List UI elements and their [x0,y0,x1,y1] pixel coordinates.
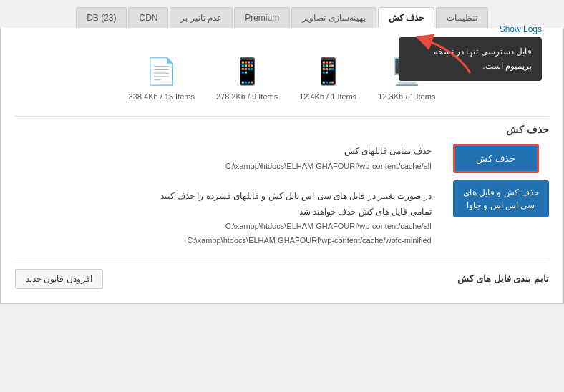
footer-row: تایم بندی فایل های کش افزودن قانون جدید [15,263,549,289]
page-wrapper: تنظیمات حذف کش بهینه‌سازی تصاویر Premium… [0,0,564,392]
delete-cache-path1: C:\xampp\htdocs\ELHAM GHAFOURI\wp-conten… [15,160,432,174]
show-logs-link[interactable]: Show Logs [399,24,542,34]
delete-cache-button[interactable]: حذف کش [453,144,539,173]
delete-cache-info-line2: در صورت تغییر در فایل های سی اس بایل کش … [15,189,432,205]
icon-item-mobile: 📱 278.2Kb / 9 Items [216,57,278,102]
delete-cache-info-line3: تمامی فایل های کش حذف خواهند شد [15,205,432,220]
delete-cache-info-line1: حذف تمامی فایلهای کش [15,144,432,160]
delete-cache-section: حذف کش حذف کش و فایل های سی اس اس و جاوا… [15,144,549,248]
delete-cache-path2: C:\xampp\htdocs\ELHAM GHAFOURI\wp-conten… [15,220,432,234]
mobile-icon: 📱 [216,57,278,87]
section-title: حذف کش [15,124,549,135]
tooltip-box: قابل دسترسی تنها در نسخه پریمیوم است. [399,37,542,81]
mobile-label: 278.2Kb / 9 Items [216,92,278,101]
tab-cdn[interactable]: CDN [128,7,168,28]
delete-cache-css-button[interactable]: حذف کش و فایل های سی اس اس و جاوا [453,180,549,217]
footer-label: تایم بندی فایل های کش [457,273,549,284]
main-content: Show Logs قابل دسترسی تنها در نسخه پریمی… [0,28,564,304]
add-rule-button[interactable]: افزودن قانون جدید [15,269,103,289]
tab-optimize-images[interactable]: بهینه‌سازی تصاویر [291,7,376,28]
tablet-label: 12.4Kb / 1 Items [299,92,356,101]
icon-item-files: 📄 338.4Kb / 16 Items [129,57,195,102]
delete-cache-path3: C:\xampp\htdocs\ELHAM GHAFOURI\wp-conten… [15,234,432,248]
icon-item-tablet: 📱 12.4Kb / 1 Items [299,57,356,102]
delete-cache-info: حذف تمامی فایلهای کش C:\xampp\htdocs\ELH… [15,144,432,248]
tab-no-effect[interactable]: عدم تاثیر بر [170,7,233,28]
files-label: 338.4Kb / 16 Items [129,92,195,101]
delete-cache-btn-col: حذف کش حذف کش و فایل های سی اس اس و جاوا [453,144,549,217]
show-logs-area: Show Logs قابل دسترسی تنها در نسخه پریمی… [399,24,542,81]
section-divider-1 [15,116,549,117]
desktop-label: 12.3Kb / 1 Items [378,92,435,101]
files-icon: 📄 [129,57,195,87]
tab-db[interactable]: DB (23) [76,7,127,28]
tablet-icon: 📱 [299,57,356,87]
tab-premium[interactable]: Premium [234,7,290,28]
